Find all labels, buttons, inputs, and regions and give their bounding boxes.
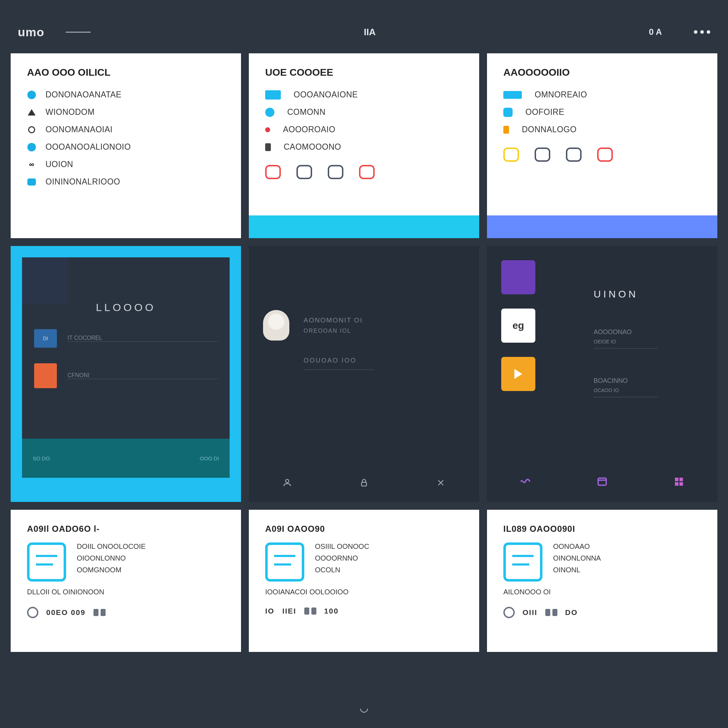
card-2: UOE COOOEE OOOANOAIONE COMONN AOOOROAIO … <box>249 54 479 238</box>
card-4-footer: SO DO OOO DI <box>22 439 229 478</box>
action-icon[interactable] <box>566 147 581 162</box>
item-label: WIONODOM <box>46 107 95 117</box>
input-line[interactable] <box>67 341 217 342</box>
svg-rect-4 <box>679 478 683 481</box>
ring-icon[interactable] <box>27 607 38 618</box>
field-label: IT COCOREL <box>67 335 217 341</box>
app-icon <box>265 543 304 581</box>
card-5: AONOMONIT OI OREOOAN IOL OOUOAO IOO <box>249 246 479 502</box>
action-icon[interactable] <box>328 165 343 179</box>
dot-icon <box>265 108 274 117</box>
item-label: OOOANOOALIONOIO <box>46 142 131 152</box>
description: IOOIANACOI OOLOOIOO <box>265 588 463 596</box>
card-1-title: AAO OOO OILICL <box>11 54 241 86</box>
item-label: UOION <box>46 160 73 169</box>
list-item[interactable]: OONOMANAOIAI <box>27 121 225 138</box>
item-label: COMONN <box>287 107 326 117</box>
smile-icon: ◡ <box>360 702 368 714</box>
pin-icon[interactable] <box>503 147 519 162</box>
square-icon <box>503 108 512 117</box>
bottom-nav <box>249 478 479 488</box>
line: OSIIIL OONOOC <box>315 543 463 551</box>
dot-icon <box>28 143 36 151</box>
top-right: 0 A <box>649 27 710 37</box>
corner-block <box>22 257 68 304</box>
lock-icon[interactable] <box>359 478 369 488</box>
list-item[interactable]: DONONAOANATAE <box>27 86 225 104</box>
list-item[interactable]: COMONN <box>265 104 463 121</box>
dot-icon <box>28 91 36 99</box>
tab-button-active[interactable] <box>34 363 57 388</box>
thumb-play[interactable] <box>501 357 535 391</box>
item-label: OMNOREAIO <box>535 90 587 99</box>
list-item[interactable]: OMNOREAIO <box>503 86 701 104</box>
card-4-inner: LLOOOO DI IT COCOREL CFNONI SO DO OOO DI <box>22 257 229 478</box>
item-sub: OCAOO IO <box>593 387 703 393</box>
wave-icon[interactable] <box>519 476 531 488</box>
play-icon <box>514 369 522 379</box>
footer-text: 100 <box>324 607 339 615</box>
item-sub: OEIOE IO <box>593 339 703 344</box>
svg-rect-3 <box>675 478 679 481</box>
footer-text: OOO DI <box>200 455 219 461</box>
card-3-title: AAOOOOOIIO <box>487 54 717 86</box>
tag-icon <box>28 179 36 185</box>
line: OONOAAO <box>553 543 701 551</box>
grid-icon[interactable] <box>673 476 685 488</box>
card-6: eg UINON AOOOONAO OEIOE IO BOACINNO OCAO… <box>487 246 717 502</box>
item-label: OONOMANAOIAI <box>46 125 113 135</box>
card-8-title: A09I OAOO90 <box>265 524 463 534</box>
item-label: CAOMOOONO <box>284 142 341 152</box>
window-icon[interactable] <box>596 476 608 488</box>
card-8: A09I OAOO90 OSIIIL OONOOC OOOORNNO OCOLN… <box>249 510 479 652</box>
heart-icon[interactable] <box>597 147 613 162</box>
close-icon[interactable] <box>436 478 446 488</box>
list-item[interactable]: OOOANOAIONE <box>265 86 463 104</box>
bar-icon <box>503 91 522 99</box>
menu-dots-icon[interactable] <box>694 30 710 34</box>
card-6-title: UINON <box>593 289 703 300</box>
footer-row: OIII DO <box>503 607 701 618</box>
thumb-purple[interactable] <box>501 260 535 294</box>
footer-text: SO DO <box>33 455 50 461</box>
footer-text: 00EO 009 <box>46 608 86 617</box>
stat-label: 0 A <box>649 27 662 37</box>
user-icon[interactable] <box>282 478 292 488</box>
underline <box>304 369 375 370</box>
item-text: AOOOONAO <box>593 329 703 336</box>
item-label: DONONAOANATAE <box>46 90 122 99</box>
thumb-white[interactable]: eg <box>501 309 535 343</box>
app-icon <box>27 543 66 581</box>
card-2-title: UOE COOOEE <box>249 54 479 86</box>
list-item[interactable]: AOOOROAIO <box>265 121 463 138</box>
card-1-list: DONONAOANATAE WIONODOM OONOMANAOIAI OOOA… <box>11 86 241 191</box>
heart-icon[interactable] <box>359 165 375 179</box>
heart-icon[interactable] <box>265 165 281 179</box>
list-item[interactable]: CAOMOOONO <box>265 138 463 156</box>
accent-bar <box>487 216 717 238</box>
app-icon <box>503 543 543 581</box>
user-name: AONOMONIT OI <box>304 317 362 324</box>
list-item[interactable]: DONNALOGO <box>503 121 701 138</box>
action-icon[interactable] <box>297 165 312 179</box>
tab-button[interactable]: DI <box>34 329 57 348</box>
action-row <box>487 138 717 171</box>
list-item[interactable]: WIONODOM <box>27 104 225 121</box>
item-label: OOOANOAIONE <box>294 90 358 99</box>
ring-icon <box>28 126 35 133</box>
line: DOIIL ONOOLOCOIE <box>77 543 225 551</box>
list-item[interactable]: OOOANOOALIONOIO <box>27 138 225 156</box>
input-line[interactable] <box>67 379 217 379</box>
description: AILONOOO OI <box>503 588 701 596</box>
line: OIOONLONNO <box>77 554 225 562</box>
card-4: LLOOOO DI IT COCOREL CFNONI SO DO OOO DI <box>11 246 241 502</box>
ring-icon[interactable] <box>503 607 515 618</box>
thumbnail-list: eg <box>501 260 535 391</box>
list-item[interactable]: OOFOIRE <box>503 104 701 121</box>
action-icon[interactable] <box>535 147 550 162</box>
card-2-list: OOOANOAIONE COMONN AOOOROAIO CAOMOOONO <box>249 86 479 156</box>
card-7: A09Il OADO6O l- DOIIL ONOOLOCOIE OIOONLO… <box>11 510 241 652</box>
red-dot-icon <box>265 127 270 132</box>
list-item[interactable]: OININONALRIOOO <box>27 173 225 191</box>
list-item[interactable]: ∞UOION <box>27 156 225 173</box>
